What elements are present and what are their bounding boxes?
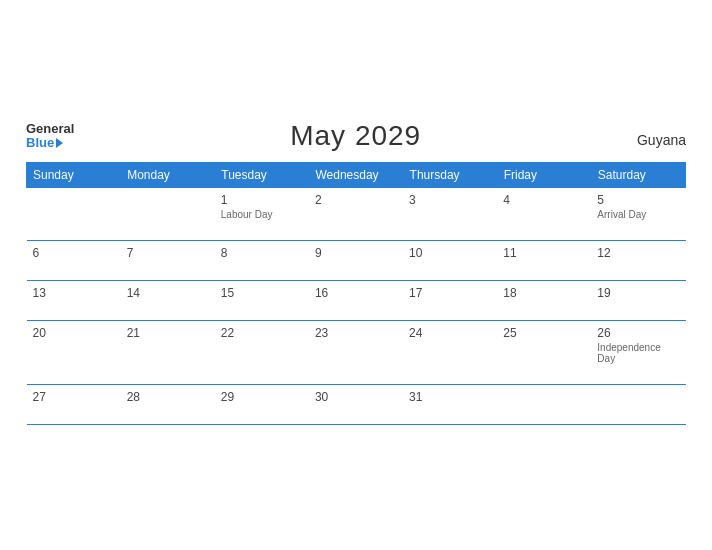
calendar-cell: 25: [497, 321, 591, 385]
event-label: Labour Day: [221, 209, 303, 220]
day-number: 28: [127, 390, 209, 404]
day-header-sunday: Sunday: [27, 163, 121, 188]
calendar-cell: 9: [309, 241, 403, 281]
day-header-tuesday: Tuesday: [215, 163, 309, 188]
week-row-4: 20212223242526Independence Day: [27, 321, 686, 385]
day-number: 6: [33, 246, 115, 260]
day-number: 21: [127, 326, 209, 340]
calendar-country: Guyana: [637, 132, 686, 152]
calendar-cell: [121, 188, 215, 241]
calendar-cell: 13: [27, 281, 121, 321]
day-number: 5: [597, 193, 679, 207]
calendar-cell: 12: [591, 241, 685, 281]
calendar-cell: 29: [215, 385, 309, 425]
day-header-friday: Friday: [497, 163, 591, 188]
week-row-2: 6789101112: [27, 241, 686, 281]
calendar-cell: 20: [27, 321, 121, 385]
day-number: 1: [221, 193, 303, 207]
logo-general-text: General: [26, 122, 74, 136]
day-number: 4: [503, 193, 585, 207]
day-header-thursday: Thursday: [403, 163, 497, 188]
day-number: 16: [315, 286, 397, 300]
calendar-cell: 8: [215, 241, 309, 281]
day-number: 31: [409, 390, 491, 404]
day-number: 23: [315, 326, 397, 340]
week-row-1: 1Labour Day2345Arrival Day: [27, 188, 686, 241]
day-number: 12: [597, 246, 679, 260]
day-number: 3: [409, 193, 491, 207]
calendar-cell: [497, 385, 591, 425]
days-header-row: SundayMondayTuesdayWednesdayThursdayFrid…: [27, 163, 686, 188]
day-number: 30: [315, 390, 397, 404]
day-number: 11: [503, 246, 585, 260]
calendar-cell: 19: [591, 281, 685, 321]
calendar-cell: 31: [403, 385, 497, 425]
week-row-3: 13141516171819: [27, 281, 686, 321]
calendar-cell: 24: [403, 321, 497, 385]
calendar-cell: 30: [309, 385, 403, 425]
day-number: 9: [315, 246, 397, 260]
day-number: 22: [221, 326, 303, 340]
day-number: 13: [33, 286, 115, 300]
day-number: 2: [315, 193, 397, 207]
day-number: 26: [597, 326, 679, 340]
day-number: 10: [409, 246, 491, 260]
calendar-title: May 2029: [290, 120, 421, 152]
calendar-cell: 21: [121, 321, 215, 385]
calendar-cell: 26Independence Day: [591, 321, 685, 385]
calendar-cell: 28: [121, 385, 215, 425]
calendar-cell: [27, 188, 121, 241]
day-number: 17: [409, 286, 491, 300]
calendar-cell: 14: [121, 281, 215, 321]
week-row-5: 2728293031: [27, 385, 686, 425]
calendar-cell: 4: [497, 188, 591, 241]
day-header-saturday: Saturday: [591, 163, 685, 188]
event-label: Arrival Day: [597, 209, 679, 220]
day-number: 19: [597, 286, 679, 300]
day-number: 15: [221, 286, 303, 300]
calendar-cell: 15: [215, 281, 309, 321]
day-number: 27: [33, 390, 115, 404]
calendar-cell: 10: [403, 241, 497, 281]
logo: General Blue: [26, 122, 74, 151]
calendar-cell: 11: [497, 241, 591, 281]
calendar-cell: 5Arrival Day: [591, 188, 685, 241]
calendar-cell: 6: [27, 241, 121, 281]
calendar-cell: 3: [403, 188, 497, 241]
calendar-cell: 2: [309, 188, 403, 241]
logo-blue-text: Blue: [26, 136, 74, 150]
day-header-wednesday: Wednesday: [309, 163, 403, 188]
day-header-monday: Monday: [121, 163, 215, 188]
event-label: Independence Day: [597, 342, 679, 364]
day-number: 8: [221, 246, 303, 260]
calendar-table: SundayMondayTuesdayWednesdayThursdayFrid…: [26, 162, 686, 425]
day-number: 29: [221, 390, 303, 404]
day-number: 7: [127, 246, 209, 260]
calendar-cell: 22: [215, 321, 309, 385]
day-number: 24: [409, 326, 491, 340]
day-number: 20: [33, 326, 115, 340]
logo-triangle-icon: [56, 138, 63, 148]
calendar-cell: 27: [27, 385, 121, 425]
calendar-cell: 23: [309, 321, 403, 385]
day-number: 18: [503, 286, 585, 300]
calendar-header: General Blue May 2029 Guyana: [26, 120, 686, 152]
calendar-cell: 17: [403, 281, 497, 321]
day-number: 14: [127, 286, 209, 300]
calendar-cell: [591, 385, 685, 425]
day-number: 25: [503, 326, 585, 340]
calendar-cell: 7: [121, 241, 215, 281]
calendar-container: General Blue May 2029 Guyana SundayMonda…: [11, 110, 701, 440]
calendar-cell: 18: [497, 281, 591, 321]
calendar-cell: 16: [309, 281, 403, 321]
calendar-cell: 1Labour Day: [215, 188, 309, 241]
